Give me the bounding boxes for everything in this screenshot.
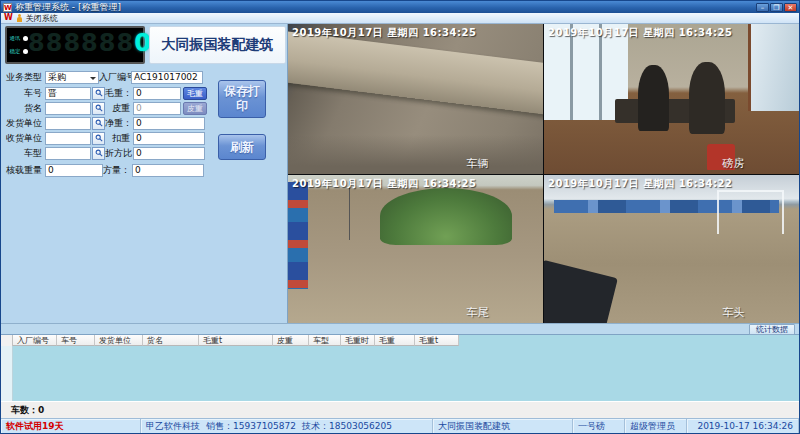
camera-label: 磅房 (723, 156, 745, 171)
vehicle-type-label: 车型 (3, 147, 45, 160)
save-print-button[interactable]: 保存打印 (218, 80, 266, 118)
weight-readout: 8888880t (28, 26, 162, 65)
col-header-goods[interactable]: 货名 (143, 335, 199, 346)
ratio-input[interactable] (133, 147, 205, 160)
net-label: 净重： (105, 117, 133, 130)
col-header-vehicle-type[interactable]: 车型 (309, 335, 341, 346)
menu-bar: W 关闭系统 (1, 13, 799, 24)
company-name: 大同振国装配建筑 (162, 36, 274, 54)
col-header-vehicle-no[interactable]: 车号 (57, 335, 95, 346)
records-table-header: 入厂编号 车号 发货单位 货名 毛重t 皮重 车型 毛重时 毛重 毛重t (1, 334, 799, 346)
tare-capture-button[interactable]: 皮重 (183, 102, 207, 115)
scene-shape (288, 30, 543, 118)
current-user: 超级管理员 (625, 419, 687, 433)
tare-input[interactable] (133, 102, 181, 115)
goods-input[interactable] (45, 102, 91, 115)
camera-timestamp: 2019年10月17日 星期四 16:34:22 (548, 177, 732, 191)
scene-shape (748, 24, 799, 111)
camera-feed-front: 2019年10月17日 星期四 16:34:22 车头 (544, 175, 799, 323)
comm-indicator-label: 通讯 (10, 34, 21, 42)
window-controls: – ❐ ✕ (756, 3, 797, 12)
camera-grid: 2019年10月17日 星期四 16:34:25 车辆 2019年10月17日 … (288, 24, 799, 323)
magnifier-icon (95, 104, 103, 112)
maximize-button[interactable]: ❐ (770, 3, 783, 12)
gross-capture-button[interactable]: 毛重 (183, 87, 207, 100)
company-title-box: 大同振国装配建筑 (149, 26, 286, 64)
shipper-lookup-button[interactable] (92, 117, 105, 130)
business-type-select[interactable]: 采购 (45, 71, 99, 84)
camera-timestamp: 2019年10月17日 星期四 16:34:25 (292, 177, 476, 191)
camera-feed-scalehouse: 2019年10月17日 星期四 16:34:25 磅房 (544, 24, 799, 174)
shipper-label: 发货单位 (3, 117, 45, 130)
camera-feed-vehicle: 2019年10月17日 星期四 16:34:25 车辆 (288, 24, 543, 174)
col-header-gross-t2[interactable]: 毛重t (415, 335, 459, 346)
title-bar: W 称重管理系统 - [称重管理] – ❐ ✕ (1, 1, 799, 13)
tare-label: 皮重 (105, 102, 133, 115)
business-type-label: 业务类型 (3, 71, 45, 84)
statistics-button[interactable]: 统计数据 (749, 324, 795, 335)
gross-input[interactable] (133, 87, 181, 100)
magnifier-icon (95, 89, 103, 97)
records-table-body[interactable] (1, 346, 799, 401)
app-mini-logo-icon: W (4, 13, 13, 23)
minimize-button[interactable]: – (756, 3, 769, 12)
vehicle-no-label: 车号 (3, 87, 45, 100)
receiver-lookup-button[interactable] (92, 132, 105, 145)
vehicle-count-value: 0 (38, 405, 44, 415)
camera-label: 车尾 (467, 305, 489, 320)
vendor-name: 甲乙软件科技 (146, 420, 200, 433)
gross-label: 毛重： (105, 87, 133, 100)
led-indicators: 通讯 稳定 (7, 34, 28, 56)
refresh-button[interactable]: 刷新 (218, 134, 266, 160)
ratio-label: 折方比 (105, 147, 133, 160)
camera-label: 车头 (723, 305, 745, 320)
menu-close-system[interactable]: 关闭系统 (26, 13, 58, 24)
col-header-tare[interactable]: 皮重 (273, 335, 309, 346)
trial-status: 软件试用19天 (1, 419, 141, 433)
col-header-gross-t[interactable]: 毛重t (199, 335, 273, 346)
user-icon (16, 14, 23, 22)
col-header-gross[interactable]: 毛重 (375, 335, 415, 346)
rated-load-label: 核载重量 (3, 164, 45, 177)
col-header-entry-no[interactable]: 入厂编号 (13, 335, 57, 346)
goods-lookup-button[interactable] (92, 102, 105, 115)
row-gutter (1, 346, 13, 401)
site-name: 大同振国装配建筑 (433, 419, 573, 433)
col-header-shipper[interactable]: 发货单位 (95, 335, 143, 346)
entry-no-label: 入厂编号 (99, 71, 131, 84)
scene-shape (638, 65, 669, 131)
vehicle-type-lookup-button[interactable] (92, 147, 105, 160)
vendor-info: 甲乙软件科技 销售：15937105872 技术：18503056205 (141, 419, 433, 433)
scene-shape (288, 135, 543, 174)
scene-shape (288, 182, 308, 289)
led-weight-display: 通讯 稳定 8888880t (5, 26, 145, 64)
scene-shape (689, 62, 725, 134)
col-header-gross-time[interactable]: 毛重时 (341, 335, 375, 346)
entry-no-input[interactable] (131, 71, 203, 84)
magnifier-icon (95, 134, 103, 142)
vehicle-no-input[interactable] (45, 87, 91, 100)
led-ghost-digits: 888888 (28, 29, 134, 57)
camera-feed-rear: 2019年10月17日 星期四 16:34:25 车尾 (288, 175, 543, 323)
camera-timestamp: 2019年10月17日 星期四 16:34:25 (292, 26, 476, 40)
magnifier-icon (95, 149, 103, 157)
magnifier-icon (95, 119, 103, 127)
row-gutter (1, 335, 13, 346)
rated-load-input[interactable] (45, 164, 103, 177)
vehicle-count-label: 车数： (11, 404, 38, 417)
receiver-input[interactable] (45, 132, 91, 145)
camera-label: 车辆 (467, 156, 489, 171)
scene-shape (544, 260, 617, 323)
stats-strip: 统计数据 (1, 323, 799, 334)
deduct-input[interactable] (133, 132, 205, 145)
close-button[interactable]: ✕ (784, 3, 797, 12)
vehicle-no-lookup-button[interactable] (92, 87, 105, 100)
weighing-panel: 通讯 稳定 8888880t 大同振国装配建筑 业务类型 采购 (1, 24, 288, 323)
stable-indicator-label: 稳定 (10, 47, 21, 55)
shipper-input[interactable] (45, 117, 91, 130)
goods-label: 货名 (3, 102, 45, 115)
vehicle-type-input[interactable] (45, 147, 91, 160)
volume-label: 方量： (103, 164, 132, 177)
volume-input[interactable] (132, 164, 204, 177)
net-input[interactable] (133, 117, 205, 130)
